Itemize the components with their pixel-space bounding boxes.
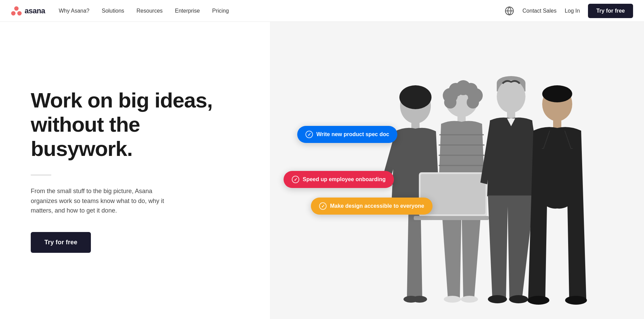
- svg-point-2: [17, 11, 22, 15]
- people-illustration: [364, 39, 597, 319]
- nav-try-button[interactable]: Try for free: [588, 4, 633, 18]
- svg-point-1: [11, 11, 16, 15]
- check-icon-blue: [305, 131, 313, 138]
- svg-point-5: [399, 85, 431, 109]
- hero-divider: [31, 175, 51, 175]
- task-badge-blue: Write new product spec doc: [297, 126, 397, 143]
- task-label-orange: Make design accessible to everyone: [330, 203, 424, 209]
- login-link[interactable]: Log In: [565, 8, 580, 14]
- svg-point-25: [497, 80, 525, 113]
- hero-headline: Work on big ideas, without the busywork.: [31, 88, 229, 161]
- hero-section: Work on big ideas, without the busywork.…: [0, 22, 644, 319]
- svg-point-8: [412, 296, 427, 303]
- asana-logo-icon: [11, 5, 22, 16]
- task-label-red: Speed up employee onboarding: [303, 176, 386, 183]
- nav-link-solutions[interactable]: Solutions: [102, 8, 124, 14]
- svg-point-19: [461, 296, 478, 303]
- svg-point-28: [509, 295, 528, 303]
- hero-cta-button[interactable]: Try for free: [31, 232, 91, 253]
- nav-right: Contact Sales Log In Try for free: [505, 4, 633, 18]
- svg-point-30: [542, 85, 572, 102]
- svg-point-15: [467, 96, 479, 108]
- svg-point-33: [565, 296, 587, 305]
- svg-point-0: [14, 6, 19, 11]
- check-icon-orange: [319, 202, 327, 210]
- logo-text: asana: [25, 6, 45, 15]
- nav-link-pricing[interactable]: Pricing: [212, 8, 229, 14]
- svg-point-16: [444, 96, 456, 108]
- hero-left: Work on big ideas, without the busywork.…: [0, 22, 270, 319]
- hero-right: Write new product spec doc Speed up empl…: [270, 22, 644, 319]
- svg-point-32: [527, 296, 549, 305]
- hero-subtitle: From the small stuff to the big picture,…: [31, 186, 174, 216]
- logo[interactable]: asana: [11, 5, 45, 16]
- check-icon-red: [292, 176, 299, 183]
- navbar: asana Why Asana? Solutions Resources Ent…: [0, 0, 644, 22]
- task-badge-red: Speed up employee onboarding: [284, 171, 394, 188]
- svg-rect-22: [414, 216, 489, 220]
- nav-link-enterprise[interactable]: Enterprise: [175, 8, 200, 14]
- nav-link-resources[interactable]: Resources: [137, 8, 163, 14]
- nav-links: Why Asana? Solutions Resources Enterpris…: [59, 8, 505, 14]
- task-badge-orange: Make design accessible to everyone: [311, 198, 433, 215]
- svg-point-27: [488, 295, 507, 303]
- svg-point-18: [444, 296, 461, 303]
- nav-link-why-asana[interactable]: Why Asana?: [59, 8, 90, 14]
- task-label-blue: Write new product spec doc: [316, 131, 389, 137]
- hero-cta: Try for free: [31, 232, 243, 253]
- contact-sales-link[interactable]: Contact Sales: [522, 8, 557, 14]
- globe-icon[interactable]: [505, 6, 514, 16]
